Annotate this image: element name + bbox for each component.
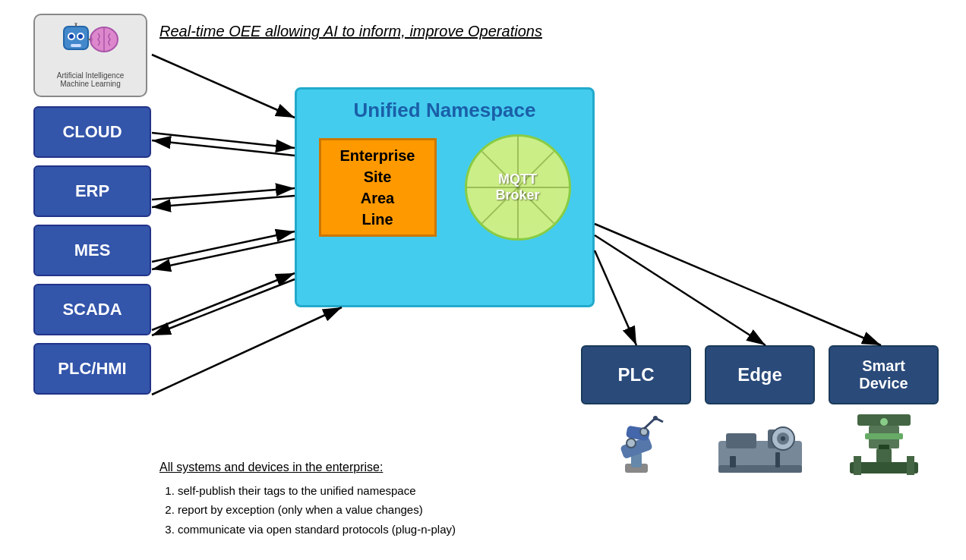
uns-title: Unified Namespace [297, 90, 592, 128]
svg-rect-29 [730, 456, 736, 467]
svg-line-49 [152, 239, 295, 269]
svg-point-4 [78, 34, 83, 39]
svg-point-20 [640, 428, 648, 436]
press-icon [842, 411, 926, 479]
svg-line-52 [152, 307, 342, 395]
erp-box: ERP [33, 165, 151, 217]
svg-point-7 [74, 23, 77, 24]
plc-group: PLC [581, 345, 691, 479]
svg-line-51 [152, 279, 295, 335]
ai-ml-logo: Artificial Intelligence Machine Learning [33, 14, 147, 97]
bottom-description: All systems and devices in the enterpris… [159, 457, 456, 539]
edge-box: Edge [705, 345, 815, 404]
svg-rect-35 [854, 456, 861, 475]
svg-line-44 [152, 133, 295, 148]
svg-rect-5 [71, 44, 81, 47]
smart-device-box: SmartDevice [829, 345, 939, 404]
unified-namespace-box: Unified Namespace EnterpriseSiteAreaLine… [295, 87, 595, 307]
svg-rect-36 [907, 456, 914, 475]
svg-line-48 [152, 231, 295, 262]
mqtt-broker-circle: MQTTBroker [465, 134, 571, 241]
ml-label: Machine Learning [60, 80, 121, 88]
bottom-item-2: report by exception (only when a value c… [178, 500, 456, 520]
press-image [838, 411, 930, 479]
lathe-image [715, 411, 806, 479]
svg-rect-37 [865, 433, 903, 439]
lathe-icon [715, 411, 806, 479]
svg-point-27 [781, 436, 785, 441]
plc-box: PLC [581, 345, 691, 404]
bottom-item-3: communicate via open standard protocols … [178, 520, 456, 540]
svg-point-19 [627, 439, 636, 448]
svg-rect-39 [879, 445, 889, 449]
svg-point-3 [69, 34, 74, 39]
svg-point-38 [880, 418, 888, 426]
plchmi-box: PLC/HMI [33, 343, 151, 395]
bottom-heading: All systems and devices in the enterpris… [159, 457, 456, 477]
svg-line-43 [152, 55, 295, 118]
svg-line-55 [595, 224, 881, 345]
robot-icon [60, 23, 121, 68]
robot-arm-icon [595, 411, 678, 479]
smart-device-group: SmartDevice [829, 345, 939, 479]
uns-inner: EnterpriseSiteAreaLine MQTTBroker [297, 134, 592, 241]
cloud-box: CLOUD [33, 106, 151, 158]
svg-line-50 [152, 273, 295, 330]
page-title: Real-time OEE allowing AI to inform, imp… [159, 23, 542, 40]
svg-line-47 [152, 196, 295, 207]
robot-arm-image [591, 411, 682, 479]
edge-group: Edge [705, 345, 815, 479]
svg-rect-30 [775, 452, 780, 467]
svg-line-53 [595, 250, 636, 345]
mes-box: MES [33, 225, 151, 276]
svg-line-46 [152, 188, 295, 200]
svg-rect-23 [726, 433, 756, 448]
scada-box: SCADA [33, 284, 151, 335]
ai-label: Artificial Intelligence [57, 71, 124, 80]
right-device-boxes: PLC Edge [581, 345, 939, 479]
mqtt-label: MQTTBroker [495, 171, 539, 203]
svg-line-54 [595, 235, 766, 345]
left-system-boxes: CLOUD ERP MES SCADA PLC/HMI [33, 106, 151, 395]
svg-line-45 [152, 140, 295, 156]
svg-rect-33 [876, 448, 892, 464]
svg-point-21 [653, 416, 658, 420]
bottom-item-1: self-publish their tags to the unified n… [178, 481, 456, 501]
enterprise-box: EnterpriseSiteAreaLine [319, 138, 437, 237]
